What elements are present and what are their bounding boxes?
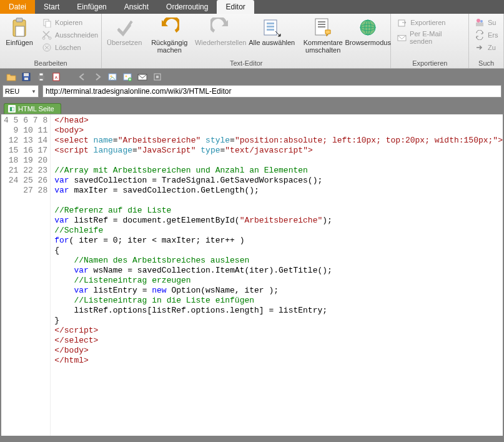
paste-icon xyxy=(9,18,29,38)
ribbon-button-label: Kommentare umschalten xyxy=(298,39,348,54)
copy-icon xyxy=(42,18,52,28)
ribbon-small-label: Su xyxy=(488,19,496,26)
source-combo[interactable]: REU ▼ xyxy=(2,85,39,98)
menu-tab-orderrouting[interactable]: Orderrouting xyxy=(157,0,217,14)
svg-point-33 xyxy=(111,76,112,78)
delete-icon xyxy=(42,43,52,53)
menu-tab-start[interactable]: Start xyxy=(35,0,68,14)
toolbar-tool-button[interactable] xyxy=(152,72,162,82)
svg-rect-1 xyxy=(16,18,22,22)
goto-button[interactable]: Zu xyxy=(475,43,498,53)
toolbar-image-button[interactable] xyxy=(107,72,117,82)
ribbon-group-bearbeiten: EinfügenKopierenAusschneidenLöschenBearb… xyxy=(0,14,102,68)
svg-rect-11 xyxy=(267,29,274,31)
ribbon-button-label: Browsermodus xyxy=(345,39,391,47)
redo-icon xyxy=(210,18,230,38)
export-icon xyxy=(397,18,407,28)
document-tab-label: HTML Seite xyxy=(18,105,54,113)
toolbar-pdf-button[interactable]: A xyxy=(51,72,61,82)
copy-button[interactable]: Kopieren xyxy=(42,18,98,28)
url-value: http://terminal.tradesignalonline.com/wi… xyxy=(46,87,231,96)
svg-rect-2 xyxy=(16,26,24,36)
cut-button[interactable]: Ausschneiden xyxy=(42,30,98,40)
ribbon-group-exportieren: ExportierenPer E-Mail sendenExportieren xyxy=(391,14,469,68)
svg-rect-25 xyxy=(24,73,29,76)
redo-button[interactable]: Wiederherstellen xyxy=(195,16,245,47)
toolbar-print-button[interactable] xyxy=(36,72,46,82)
toolbar-fwd-button[interactable] xyxy=(92,72,102,82)
svg-rect-14 xyxy=(318,24,325,25)
export-button[interactable]: Exportieren xyxy=(397,18,462,28)
svg-point-22 xyxy=(480,20,483,23)
people-button[interactable]: Su xyxy=(475,18,498,28)
people-icon xyxy=(475,18,485,28)
svg-rect-23 xyxy=(476,23,483,26)
replace-icon xyxy=(475,30,485,40)
ribbon-small-label: Zu xyxy=(488,44,496,51)
undo-button[interactable]: Rückgängig machen xyxy=(144,16,194,54)
line-gutter: 4 5 6 7 8 9 10 11 12 13 14 15 16 17 18 1… xyxy=(1,114,51,436)
check-button[interactable]: Übersetzen xyxy=(106,16,143,47)
ribbon-button-label: Einfügen xyxy=(6,39,32,47)
cut-icon xyxy=(42,30,52,40)
code-content[interactable]: </head> <body> <select name="Arbeitsbere… xyxy=(51,114,503,436)
url-input[interactable]: http://terminal.tradesignalonline.com/wi… xyxy=(42,85,502,98)
mail-icon xyxy=(397,33,407,43)
ribbon-button-label: Wiederherstellen xyxy=(195,39,247,47)
svg-rect-15 xyxy=(318,26,325,28)
svg-rect-13 xyxy=(318,21,325,23)
svg-rect-29 xyxy=(39,79,43,81)
source-combo-value: REU xyxy=(5,88,19,95)
comment-button[interactable]: Kommentare umschalten xyxy=(298,16,348,54)
ribbon-small-label: Exportieren xyxy=(410,19,445,26)
svg-point-21 xyxy=(477,19,480,23)
document-tabstrip: ◧ HTML Seite xyxy=(0,101,504,114)
ribbon-small-label: Kopieren xyxy=(55,19,82,26)
toolbar-image-add-button[interactable] xyxy=(122,72,132,82)
quick-toolbar: A xyxy=(0,69,504,85)
ribbon-button-label: Alle auswählen xyxy=(249,39,295,47)
ribbon-group-texteditor: ÜbersetzenRückgängig machenWiederherstel… xyxy=(102,14,391,68)
code-editor[interactable]: 4 5 6 7 8 9 10 11 12 13 14 15 16 17 18 1… xyxy=(0,114,504,437)
address-bar: REU ▼ http://terminal.tradesignalonline.… xyxy=(0,85,504,101)
ribbon-group-label: Exportieren xyxy=(412,59,447,67)
menu-tab-editor[interactable]: Editor xyxy=(217,0,254,14)
document-tab[interactable]: ◧ HTML Seite xyxy=(4,103,61,114)
menu-tab-ansicht[interactable]: Ansicht xyxy=(116,0,157,14)
svg-rect-10 xyxy=(267,26,274,28)
comment-icon xyxy=(313,18,333,38)
selectall-button[interactable]: Alle auswählen xyxy=(247,16,297,47)
undo-icon xyxy=(159,18,179,38)
html-doc-icon: ◧ xyxy=(8,105,16,113)
menu-tab-einfügen[interactable]: Einfügen xyxy=(68,0,115,14)
menubar: DateiStartEinfügenAnsichtOrderroutingEdi… xyxy=(0,0,504,14)
ribbon-small-label: Ers xyxy=(488,31,498,39)
svg-point-6 xyxy=(49,37,51,39)
ribbon-group-label: Text-Editor xyxy=(230,59,263,67)
ribbon-button-label: Rückgängig machen xyxy=(144,39,194,54)
toolbar-back-button[interactable] xyxy=(77,72,87,82)
delete-button[interactable]: Löschen xyxy=(42,43,98,53)
ribbon-group-such: SuErsZuSuch xyxy=(469,14,504,68)
globe-button[interactable]: Browsermodus xyxy=(349,16,387,47)
mail-button[interactable]: Per E-Mail senden xyxy=(397,30,462,45)
selectall-icon xyxy=(262,18,282,38)
toolbar-save-button[interactable] xyxy=(21,72,31,82)
ribbon-small-label: Ausschneiden xyxy=(55,31,98,39)
paste-button[interactable]: Einfügen xyxy=(1,16,38,47)
svg-rect-28 xyxy=(39,73,43,76)
svg-point-35 xyxy=(126,76,127,78)
svg-rect-19 xyxy=(398,20,405,26)
goto-icon xyxy=(475,43,485,53)
ribbon-small-label: Löschen xyxy=(55,44,81,51)
menu-tab-datei[interactable]: Datei xyxy=(0,0,35,14)
toolbar-open-button[interactable] xyxy=(6,72,16,82)
ribbon-button-label: Übersetzen xyxy=(107,39,142,47)
toolbar-mail2-button[interactable] xyxy=(137,72,147,82)
chevron-down-icon: ▼ xyxy=(31,89,36,94)
svg-text:A: A xyxy=(55,76,58,79)
ribbon-group-label: Bearbeiten xyxy=(34,59,67,67)
globe-icon xyxy=(358,18,378,38)
check-icon xyxy=(114,18,134,38)
replace-button[interactable]: Ers xyxy=(475,30,498,40)
